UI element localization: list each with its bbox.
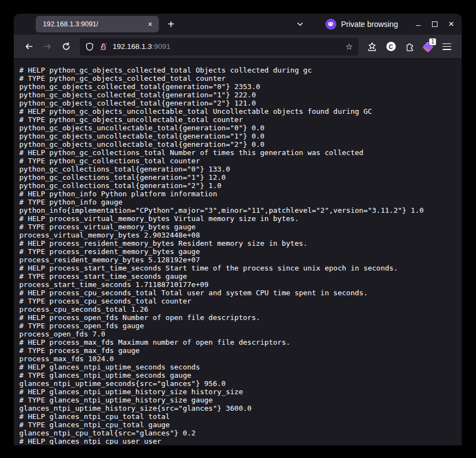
back-button[interactable] (19, 37, 38, 56)
url-bar[interactable]: 192.168.1.3:9091 ☆ (80, 38, 358, 56)
star-tray-icon (367, 42, 377, 52)
list-all-tabs-button[interactable] (291, 15, 309, 33)
private-browsing-mask-icon (325, 19, 336, 30)
url-host: 192.168.1.3 (113, 42, 152, 51)
maximize-button[interactable] (427, 16, 443, 32)
url-text: 192.168.1.3:9091 (113, 42, 170, 51)
extension-badge-count: 1 (429, 38, 436, 46)
insecure-lock-icon[interactable] (99, 42, 108, 51)
forward-button[interactable] (38, 37, 57, 56)
gradient-extension-icon: 1 (422, 41, 434, 53)
extensions-button[interactable] (400, 37, 419, 56)
bookmark-star-button[interactable]: ☆ (346, 42, 353, 52)
reload-icon (62, 42, 71, 51)
extension-badge-button[interactable]: 1 (419, 37, 438, 56)
save-bookmark-tray-button[interactable] (363, 37, 381, 56)
extension-c-icon: C (386, 42, 396, 51)
hamburger-menu-icon (442, 43, 451, 50)
page-content: # HELP python_gc_objects_collected_total… (14, 59, 462, 445)
reload-button[interactable] (57, 37, 75, 56)
tab-bar: 192.168.1.3:9091/ × + Private browsing – (14, 14, 462, 35)
new-tab-button[interactable]: + (162, 15, 180, 33)
toolbar-extensions-area: C 1 (363, 37, 456, 56)
tracking-shield-icon[interactable] (85, 42, 94, 51)
chevron-down-icon (296, 20, 305, 29)
tab-close-button[interactable]: × (145, 19, 156, 30)
private-browsing-indicator: Private browsing (325, 19, 398, 30)
private-browsing-label: Private browsing (341, 20, 398, 29)
forward-icon (43, 42, 52, 51)
maximize-icon (432, 21, 438, 27)
app-menu-button[interactable] (438, 37, 456, 56)
url-port: :9091 (152, 42, 170, 51)
navigation-toolbar: 192.168.1.3:9091 ☆ C 1 (14, 35, 462, 59)
close-button[interactable]: × (443, 16, 460, 32)
back-icon (24, 42, 34, 51)
puzzle-piece-icon (405, 42, 414, 52)
tab-title: 192.168.1.3:9091/ (43, 20, 145, 28)
metrics-text: # HELP python_gc_objects_collected_total… (19, 66, 462, 445)
extension-c-button[interactable]: C (381, 37, 400, 56)
window-controls: – × (410, 16, 462, 32)
browser-window: 192.168.1.3:9091/ × + Private browsing – (14, 14, 462, 445)
minimize-button[interactable]: – (410, 16, 427, 32)
active-tab[interactable]: 192.168.1.3:9091/ × (36, 16, 159, 32)
